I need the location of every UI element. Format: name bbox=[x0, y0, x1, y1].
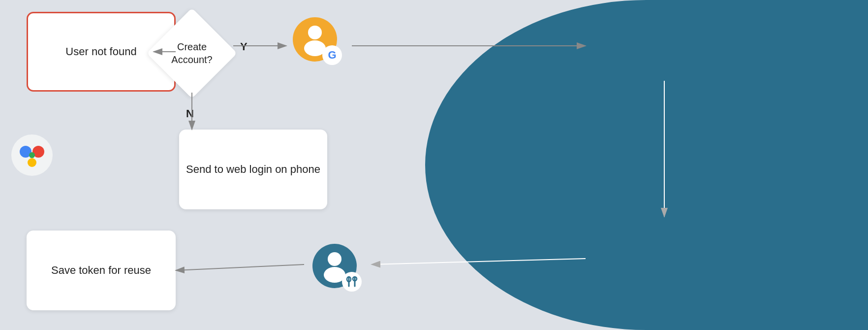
svg-point-17 bbox=[328, 252, 341, 266]
web-login-label: Send to web login on phone bbox=[186, 163, 320, 177]
user-google-icon-group: G bbox=[285, 15, 349, 69]
save-token-box: Save token for reuse bbox=[27, 231, 176, 310]
no-label: N bbox=[186, 107, 194, 120]
user-not-found-label: User not found bbox=[65, 45, 136, 59]
background-right bbox=[425, 0, 868, 330]
svg-point-12 bbox=[308, 26, 322, 39]
web-login-box: Send to web login on phone bbox=[179, 130, 327, 209]
svg-point-3 bbox=[28, 158, 36, 167]
decision-diamond bbox=[147, 8, 237, 99]
user-foodbot-icon-group bbox=[305, 241, 369, 296]
save-token-label: Save token for reuse bbox=[51, 264, 151, 278]
google-assistant-icon bbox=[10, 133, 54, 177]
svg-point-19 bbox=[342, 272, 362, 292]
decision-diamond-container: CreateAccount? bbox=[153, 14, 231, 93]
svg-point-4 bbox=[29, 152, 35, 158]
yes-label: Y bbox=[240, 40, 248, 53]
svg-text:G: G bbox=[328, 49, 336, 61]
